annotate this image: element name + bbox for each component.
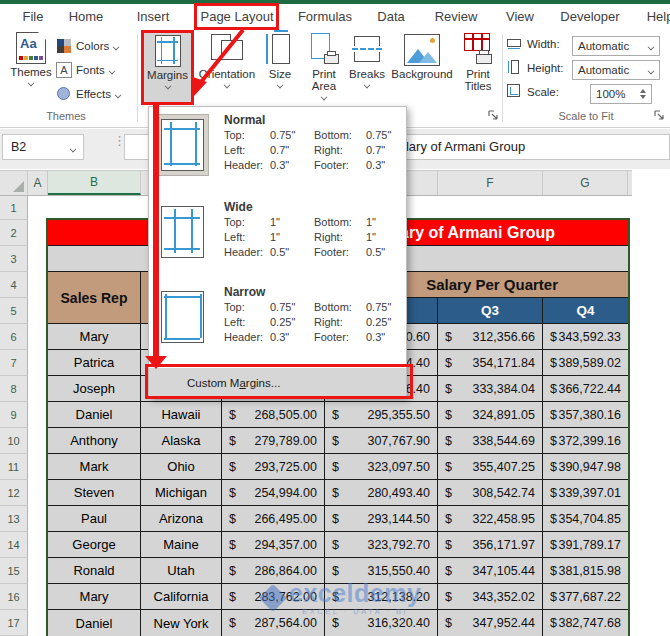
- cell-state[interactable]: Maine: [141, 532, 222, 557]
- tab-view[interactable]: View: [506, 4, 534, 30]
- row-header-10[interactable]: 10: [0, 428, 28, 454]
- cell-q3[interactable]: $355,407.25: [438, 454, 543, 479]
- cell-sales-rep[interactable]: George: [48, 532, 141, 557]
- cell-sales-rep[interactable]: Joseph: [48, 376, 141, 401]
- row-header-1[interactable]: 1: [0, 196, 28, 220]
- row-header-6[interactable]: 6: [0, 324, 28, 350]
- row-header-3[interactable]: 3: [0, 246, 28, 272]
- row-header-8[interactable]: 8: [0, 376, 28, 402]
- scale-to-fit-dialog-launcher-icon[interactable]: [653, 109, 665, 121]
- cell-q4[interactable]: $391,789.17: [543, 532, 628, 557]
- select-all-corner[interactable]: [0, 171, 28, 195]
- tab-page-layout[interactable]: Page Layout: [200, 4, 273, 30]
- cell-q3[interactable]: $322,458.95: [438, 506, 543, 531]
- cell-q2[interactable]: $323,097.50: [325, 454, 438, 479]
- cell-sales-rep[interactable]: Patrica: [48, 350, 141, 375]
- cell-q4[interactable]: $390,947.98: [543, 454, 628, 479]
- tab-file[interactable]: File: [23, 4, 44, 30]
- column-header-f[interactable]: F: [438, 171, 543, 195]
- quarter-header-q3[interactable]: Q3: [438, 298, 543, 323]
- cell-q2[interactable]: $307,767.90: [325, 428, 438, 453]
- cell-q1[interactable]: $294,357.00: [222, 532, 325, 557]
- cell-state[interactable]: Utah: [141, 558, 222, 583]
- height-dropdown[interactable]: Automatic: [572, 60, 660, 80]
- cell-q4[interactable]: $354,704.85: [543, 506, 628, 531]
- cell-q3[interactable]: $347,105.44: [438, 558, 543, 583]
- cell-state[interactable]: Hawaii: [141, 402, 222, 427]
- cell-sales-rep[interactable]: Steven: [48, 480, 141, 505]
- cell-q4[interactable]: $357,380.16: [543, 402, 628, 427]
- cell-q2[interactable]: $280,493.40: [325, 480, 438, 505]
- tab-formulas[interactable]: Formulas: [298, 4, 352, 30]
- cell-q3[interactable]: $354,171.84: [438, 350, 543, 375]
- tab-insert[interactable]: Insert: [137, 4, 170, 30]
- cell-q4[interactable]: $389,589.02: [543, 350, 628, 375]
- cell-q1[interactable]: $286,864.00: [222, 558, 325, 583]
- cell-q1[interactable]: $266,495.00: [222, 506, 325, 531]
- row-header-14[interactable]: 14: [0, 532, 28, 558]
- cell-q3[interactable]: $308,542.74: [438, 480, 543, 505]
- effects-button[interactable]: Effects: [56, 86, 121, 102]
- cell-q3[interactable]: $333,384.04: [438, 376, 543, 401]
- cell-q2[interactable]: $293,144.50: [325, 506, 438, 531]
- cell-state[interactable]: Ohio: [141, 454, 222, 479]
- cell-sales-rep[interactable]: Anthony: [48, 428, 141, 453]
- cell-q3[interactable]: $324,891.05: [438, 402, 543, 427]
- cell-state[interactable]: California: [141, 584, 222, 609]
- cell-q2[interactable]: $323,792.70: [325, 532, 438, 557]
- cell-q1[interactable]: $283,762.00: [222, 584, 325, 609]
- background-button[interactable]: Background: [390, 32, 454, 80]
- cell-sales-rep[interactable]: Ronald: [48, 558, 141, 583]
- cell-q4[interactable]: $366,722.44: [543, 376, 628, 401]
- row-header-12[interactable]: 12: [0, 480, 28, 506]
- cell-q3[interactable]: $312,356.66: [438, 324, 543, 349]
- cell-sales-rep[interactable]: Daniel: [48, 610, 141, 636]
- cell-q3[interactable]: $343,352.02: [438, 584, 543, 609]
- cell-sales-rep[interactable]: Mary: [48, 584, 141, 609]
- cell-sales-rep[interactable]: Paul: [48, 506, 141, 531]
- width-dropdown[interactable]: Automatic: [572, 36, 660, 56]
- size-button[interactable]: Size: [261, 32, 299, 88]
- cell-state[interactable]: Alaska: [141, 428, 222, 453]
- row-header-11[interactable]: 11: [0, 454, 28, 480]
- tab-review[interactable]: Review: [435, 4, 478, 30]
- column-header-b[interactable]: B: [48, 171, 141, 195]
- cell-q2[interactable]: $295,355.50: [325, 402, 438, 427]
- tab-data[interactable]: Data: [377, 4, 404, 30]
- row-header-17[interactable]: 17: [0, 610, 28, 636]
- print-titles-button[interactable]: Print Titles: [456, 32, 500, 92]
- tab-home[interactable]: Home: [69, 4, 104, 30]
- cell-q4[interactable]: $382,747.68: [543, 610, 628, 636]
- cell-q4[interactable]: $372,399.16: [543, 428, 628, 453]
- cell-q3[interactable]: $356,171.97: [438, 532, 543, 557]
- cell-q2[interactable]: $315,550.40: [325, 558, 438, 583]
- print-area-button[interactable]: Print Area: [302, 32, 346, 100]
- cell-sales-rep[interactable]: Mary: [48, 324, 141, 349]
- row-header-13[interactable]: 13: [0, 506, 28, 532]
- spinner-arrows[interactable]: [640, 89, 646, 99]
- cell-q2[interactable]: $316,320.40: [325, 610, 438, 636]
- cell-q4[interactable]: $343,592.33: [543, 324, 628, 349]
- quarter-header-q4[interactable]: Q4: [543, 298, 628, 323]
- row-header-9[interactable]: 9: [0, 402, 28, 428]
- cell-state[interactable]: New York: [141, 610, 222, 636]
- orientation-button[interactable]: Orientation: [196, 32, 258, 88]
- row-header-5[interactable]: 5: [0, 298, 28, 324]
- menu-item-custom-margins[interactable]: Custom Margins...: [149, 368, 406, 398]
- cell-q1[interactable]: $287,564.00: [222, 610, 325, 636]
- sales-rep-header-cell[interactable]: Sales Rep: [48, 272, 141, 323]
- cell-q1[interactable]: $268,505.00: [222, 402, 325, 427]
- scale-spinner[interactable]: 100%: [590, 84, 652, 104]
- cell-state[interactable]: Michigan: [141, 480, 222, 505]
- cell-q1[interactable]: $279,789.00: [222, 428, 325, 453]
- tab-developer[interactable]: Developer: [560, 4, 619, 30]
- cell-q1[interactable]: $293,725.00: [222, 454, 325, 479]
- row-header-2[interactable]: 2: [0, 220, 28, 246]
- breaks-button[interactable]: Breaks: [347, 32, 387, 88]
- row-header-15[interactable]: 15: [0, 558, 28, 584]
- cell-sales-rep[interactable]: Mark: [48, 454, 141, 479]
- name-box[interactable]: B2: [2, 134, 84, 160]
- page-setup-dialog-launcher-icon[interactable]: [487, 109, 499, 121]
- row-header-16[interactable]: 16: [0, 584, 28, 610]
- cell-q1[interactable]: $254,994.00: [222, 480, 325, 505]
